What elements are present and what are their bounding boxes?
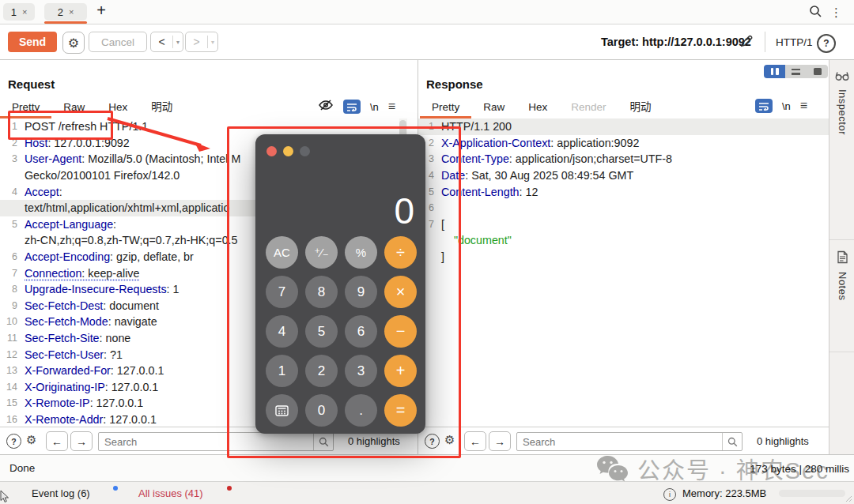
inspector-tab[interactable]: Inspector: [829, 60, 854, 240]
line-text: X-Application-Context: application:9092: [441, 137, 639, 149]
repeater-tab-bar: 1 × 2 × + ⋮: [0, 0, 854, 24]
back-icon: <: [151, 36, 172, 48]
annotation-box-calculator: [227, 126, 461, 458]
chevron-down-icon[interactable]: ▾: [208, 39, 217, 46]
layout-columns-button[interactable]: [764, 65, 785, 78]
divider: [765, 32, 765, 52]
inspector-label: Inspector: [837, 89, 848, 135]
editor-row[interactable]: ]: [418, 249, 829, 265]
gear-icon: ⚙: [68, 36, 79, 51]
rows-icon: [792, 69, 800, 75]
search-icon[interactable]: [809, 5, 822, 21]
forward-icon: >: [186, 36, 207, 48]
line-number: 9: [0, 300, 17, 311]
line-text: Sec-Fetch-Site: none: [25, 332, 130, 344]
target-label: Target:: [601, 36, 639, 48]
line-number: 10: [0, 316, 17, 327]
cancel-button[interactable]: Cancel: [89, 32, 147, 52]
response-title: Response: [426, 77, 483, 91]
forward-button[interactable]: > ▾: [185, 32, 218, 52]
editor-row[interactable]: 1HTTP/1.1 200: [418, 118, 829, 135]
response-editor[interactable]: 1HTTP/1.1 2002X-Application-Context: app…: [418, 118, 829, 427]
notes-label: Notes: [837, 272, 848, 300]
line-number: 12: [0, 349, 17, 360]
chevron-down-icon[interactable]: ▾: [173, 39, 183, 46]
newline-toggle-icon[interactable]: \n: [370, 101, 379, 113]
notes-tab[interactable]: Notes: [829, 240, 854, 352]
send-settings-button[interactable]: ⚙: [62, 32, 85, 54]
newline-toggle-icon[interactable]: \n: [782, 100, 791, 112]
editor-menu-icon[interactable]: ≡: [800, 99, 807, 113]
hide-eye-icon[interactable]: [318, 99, 334, 115]
http-version-selector[interactable]: HTTP/1: [776, 36, 813, 48]
next-match-button[interactable]: →: [489, 431, 511, 451]
tab-render[interactable]: Render: [559, 96, 618, 118]
tab-close-icon[interactable]: ×: [22, 7, 27, 17]
help-icon[interactable]: ?: [6, 434, 21, 449]
info-icon[interactable]: i: [663, 488, 676, 501]
mouse-cursor: [0, 490, 9, 503]
tab-label: 2: [58, 6, 63, 18]
line-number: 7: [0, 268, 17, 279]
tab-pretty[interactable]: Pretty: [420, 96, 471, 118]
repeater-tab-1[interactable]: 1 ×: [3, 3, 35, 21]
editor-row[interactable]: 6: [418, 200, 829, 216]
layout-single-button[interactable]: [807, 65, 828, 78]
line-number: 15: [0, 397, 17, 408]
editor-row[interactable]: 5Content-Length: 12: [418, 183, 829, 200]
search-input[interactable]: [517, 434, 722, 449]
status-text: Done: [9, 462, 35, 474]
line-number: 4: [0, 186, 17, 197]
add-tab-button[interactable]: +: [93, 2, 109, 20]
word-wrap-icon[interactable]: [343, 100, 361, 114]
word-wrap-icon[interactable]: [755, 99, 773, 113]
notes-document-icon: [837, 250, 848, 264]
more-menu-icon[interactable]: ⋮: [830, 6, 842, 20]
send-button[interactable]: Send: [8, 32, 57, 52]
request-title: Request: [8, 77, 55, 91]
editor-row[interactable]: 4Date: Sat, 30 Aug 2025 08:49:54 GMT: [418, 167, 829, 184]
line-text: Accept-Encoding: gzip, deflate, br: [25, 250, 194, 263]
prev-match-button[interactable]: ←: [46, 431, 68, 451]
line-text: Sec-Fetch-User: ?1: [25, 348, 123, 361]
response-search-bar: ? ⚙ ← → 0 highlights: [418, 427, 829, 454]
gear-icon[interactable]: ⚙: [26, 433, 36, 447]
editor-menu-icon[interactable]: ≡: [388, 100, 395, 114]
resize-grip[interactable]: [845, 495, 852, 502]
event-log-button[interactable]: Event log (6): [32, 487, 90, 499]
next-match-button[interactable]: →: [70, 431, 93, 451]
line-text: Accept-Language:: [25, 218, 116, 231]
prev-match-button[interactable]: ←: [464, 431, 486, 451]
line-text: Content-Type: application/json;charset=U…: [441, 152, 672, 165]
tab-hex[interactable]: Hex: [516, 96, 559, 118]
tab-plugin[interactable]: 明动: [618, 96, 663, 118]
annotation-box-request-line: [8, 111, 113, 140]
memory-progress-bar: [779, 490, 845, 497]
line-number: 5: [0, 219, 17, 230]
edit-target-icon[interactable]: [739, 33, 754, 52]
line-text: X-Remote-Addr: 127.0.0.1: [25, 413, 157, 426]
editor-row[interactable]: 7[: [418, 216, 829, 233]
line-text: X-Forwarded-For: 127.0.0.1: [25, 364, 164, 377]
line-text: Date: Sat, 30 Aug 2025 08:49:54 GMT: [441, 169, 633, 182]
layout-rows-button[interactable]: [785, 65, 807, 78]
target-display: Target: http://127.0.0.1:9092: [601, 36, 751, 48]
tab-raw[interactable]: Raw: [471, 96, 516, 118]
editor-row[interactable]: 2X-Application-Context: application:9092: [418, 135, 829, 152]
annotation-arrow: [101, 111, 224, 160]
line-text: Gecko/20100101 Firefox/142.0: [25, 169, 179, 182]
line-number: 11: [0, 333, 17, 344]
editor-row[interactable]: 3Content-Type: application/json;charset=…: [418, 151, 829, 167]
issues-badge-dot: [227, 486, 232, 491]
all-issues-button[interactable]: All issues (41): [138, 487, 203, 499]
response-view-tabs: Pretty Raw Hex Render 明动: [418, 96, 663, 118]
repeater-tab-2[interactable]: 2 ×: [44, 3, 87, 21]
response-metrics: 173 bytes | 280 millis: [750, 463, 849, 475]
editor-row[interactable]: "document": [418, 232, 829, 249]
square-icon: [814, 68, 822, 75]
tab-close-icon[interactable]: ×: [69, 7, 74, 17]
back-button[interactable]: < ▾: [150, 32, 183, 52]
search-icon: [723, 437, 742, 447]
help-icon[interactable]: ?: [817, 34, 836, 53]
request-editor-icons: \n ≡: [318, 99, 395, 115]
